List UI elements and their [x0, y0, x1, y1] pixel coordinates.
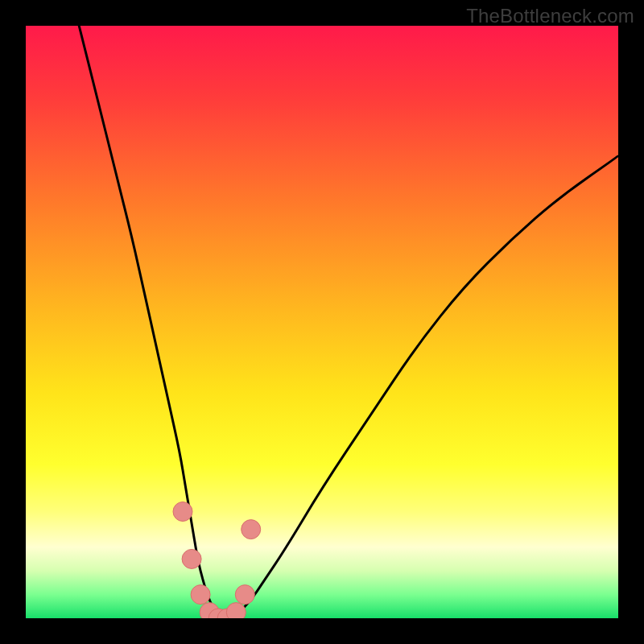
bottleneck-curve [79, 26, 618, 618]
watermark-text: TheBottleneck.com [466, 5, 634, 27]
marker-point [191, 585, 210, 605]
marker-point [235, 585, 254, 605]
curve-layer [26, 26, 618, 618]
marker-point [242, 520, 261, 539]
marker-point [226, 603, 246, 618]
plot-area [26, 26, 618, 618]
chart-frame: TheBottleneck.com [0, 0, 644, 644]
marker-point [182, 549, 201, 568]
highlighted-points [173, 502, 261, 619]
marker-point [173, 502, 192, 522]
